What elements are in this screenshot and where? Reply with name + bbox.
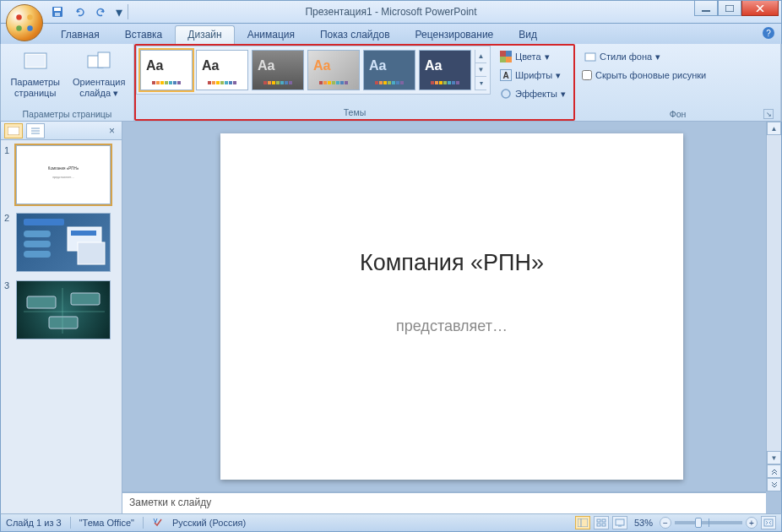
thumb-3-preview-icon [17, 281, 111, 340]
colors-button[interactable]: Цвета ▾ [496, 47, 570, 66]
tab-design[interactable]: Дизайн [175, 25, 234, 44]
svg-point-0 [16, 14, 22, 20]
close-button[interactable] [741, 1, 779, 16]
hide-bg-graphics-input[interactable] [582, 70, 592, 80]
svg-point-1 [27, 14, 33, 20]
theme-thumb-6[interactable]: Aa [419, 50, 471, 90]
tab-slideshow[interactable]: Показ слайдов [307, 25, 403, 44]
scroll-track[interactable] [767, 135, 781, 437]
zoom-out-button[interactable]: − [660, 517, 671, 529]
svg-rect-10 [26, 55, 45, 67]
current-slide[interactable]: Компания «РПН» представляет… [220, 133, 683, 480]
sorter-view-button[interactable] [594, 516, 609, 529]
slide-thumbnail-1[interactable]: Компания «РПН» представляет… [16, 145, 111, 204]
svg-rect-16 [506, 57, 512, 62]
spellcheck-icon[interactable] [152, 516, 164, 529]
fonts-button[interactable]: AШрифты ▾ [496, 66, 570, 84]
slides-tab[interactable] [4, 123, 23, 138]
page-setup-icon [22, 48, 49, 75]
status-theme: "Тема Office" [79, 518, 134, 528]
tab-animations[interactable]: Анимация [235, 25, 307, 44]
svg-rect-39 [597, 524, 600, 526]
svg-rect-18 [585, 53, 595, 61]
svg-rect-29 [78, 242, 105, 264]
hide-bg-graphics-checkbox[interactable]: Скрыть фоновые рисунки [580, 68, 708, 83]
undo-button[interactable] [70, 3, 89, 21]
next-slide-button[interactable] [767, 478, 781, 491]
effects-button[interactable]: Эффекты ▾ [496, 84, 570, 103]
status-bar: Слайд 1 из 3 "Тема Office" Русский (Росс… [0, 513, 782, 532]
svg-rect-31 [71, 293, 100, 305]
maximize-button[interactable] [718, 1, 741, 16]
thumbnails-list: 1 Компания «РПН» представляет… 2 3 [1, 140, 122, 513]
svg-rect-23 [24, 219, 64, 225]
svg-rect-26 [24, 251, 51, 258]
effects-icon [500, 88, 512, 100]
normal-view-button[interactable] [575, 516, 590, 529]
background-styles-button[interactable]: Стили фона ▾ [580, 47, 665, 66]
qat-separator [128, 4, 128, 19]
slide-canvas[interactable]: Компания «РПН» представляет… ▲ ▼ [122, 122, 781, 491]
zoom-in-button[interactable]: + [746, 517, 758, 529]
thumb-row-1: 1 Компания «РПН» представляет… [4, 145, 118, 204]
panel-close-button[interactable]: × [106, 125, 118, 137]
svg-point-2 [16, 25, 22, 31]
svg-point-3 [27, 25, 33, 31]
office-button[interactable] [6, 4, 43, 41]
slide-orientation-button[interactable]: Ориентация слайда ▾ [68, 46, 130, 101]
svg-rect-37 [597, 519, 600, 522]
gallery-up-button[interactable]: ▲ [475, 50, 486, 63]
slideshow-view-button[interactable] [612, 516, 627, 529]
slide-thumbnail-2[interactable] [16, 213, 111, 272]
redo-button[interactable] [92, 3, 111, 21]
group-page-setup: Параметры страницы Ориентация слайда ▾ П… [1, 44, 134, 121]
notes-pane[interactable]: Заметки к слайду [122, 491, 766, 513]
work-area: × 1 Компания «РПН» представляет… 2 3 [0, 122, 782, 513]
zoom-track[interactable] [675, 521, 742, 524]
svg-rect-42 [764, 519, 773, 526]
tab-view[interactable]: Вид [506, 25, 550, 44]
gallery-down-button[interactable]: ▼ [475, 63, 486, 77]
slide-title-text[interactable]: Компания «РПН» [220, 250, 683, 276]
tab-insert[interactable]: Вставка [112, 25, 176, 44]
vertical-scrollbar[interactable]: ▲ ▼ [766, 122, 781, 491]
fonts-icon: A [500, 69, 512, 81]
zoom-handle[interactable] [695, 518, 702, 528]
svg-rect-24 [24, 231, 51, 237]
help-icon[interactable]: ? [763, 27, 774, 39]
group-themes: Aa Aa Aa Aa Aa Aa ▲ ▼ ▾ Цвета ▾ AШрифты … [134, 44, 575, 121]
minimize-button[interactable] [694, 1, 718, 16]
tab-review[interactable]: Рецензирование [403, 25, 507, 44]
svg-rect-14 [506, 51, 512, 57]
svg-rect-8 [725, 5, 734, 12]
svg-rect-7 [702, 10, 710, 12]
thumb-number: 1 [4, 145, 13, 204]
fit-window-button[interactable] [761, 516, 776, 529]
gallery-more-button[interactable]: ▾ [475, 77, 486, 90]
background-dialog-launcher[interactable]: ↘ [763, 109, 774, 119]
theme-thumb-5[interactable]: Aa [363, 50, 415, 90]
status-language[interactable]: Русский (Россия) [172, 518, 246, 528]
slides-panel: × 1 Компания «РПН» представляет… 2 3 [1, 122, 122, 513]
orientation-icon [85, 48, 112, 75]
scroll-down-button[interactable]: ▼ [767, 451, 781, 464]
theme-thumb-2[interactable]: Aa [196, 50, 248, 90]
scroll-up-button[interactable]: ▲ [767, 122, 781, 135]
svg-rect-38 [602, 519, 606, 522]
slide-thumbnail-3[interactable] [16, 280, 111, 339]
group-label-themes: Темы [136, 106, 573, 119]
prev-slide-button[interactable] [767, 464, 781, 478]
page-setup-button[interactable]: Параметры страницы [4, 46, 66, 101]
qat-customize-button[interactable]: ▾ [114, 3, 124, 21]
save-button[interactable] [48, 3, 67, 21]
theme-thumb-office[interactable]: Aa [140, 50, 193, 90]
svg-rect-35 [578, 518, 588, 527]
zoom-percent[interactable]: 53% [634, 518, 653, 528]
svg-rect-15 [500, 57, 506, 62]
thumb-number: 3 [4, 280, 13, 339]
tab-home[interactable]: Главная [48, 25, 112, 44]
theme-thumb-4[interactable]: Aa [307, 50, 360, 90]
theme-thumb-3[interactable]: Aa [252, 50, 304, 90]
slide-subtitle-text[interactable]: представляет… [220, 318, 683, 335]
outline-tab[interactable] [26, 123, 45, 138]
